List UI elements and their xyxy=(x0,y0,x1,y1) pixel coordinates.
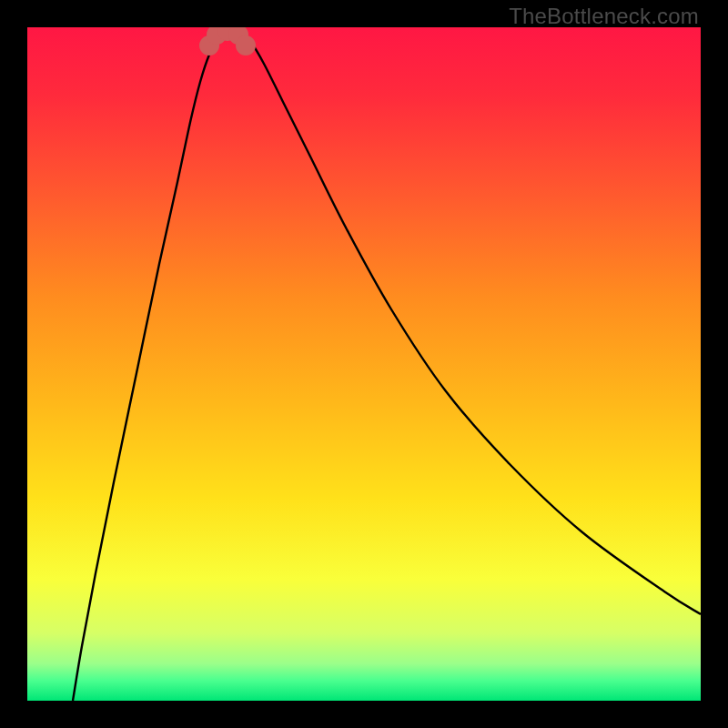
left-curve xyxy=(73,32,223,701)
trough-marker xyxy=(236,35,256,56)
right-curve xyxy=(241,32,701,614)
curves-layer xyxy=(27,27,701,701)
watermark-text: TheBottleneck.com xyxy=(509,4,699,29)
plot-area xyxy=(27,27,701,701)
